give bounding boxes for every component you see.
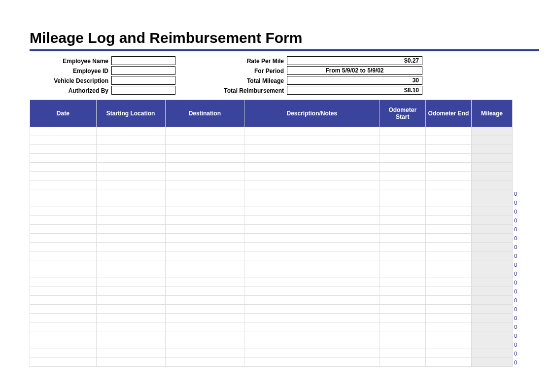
table-cell[interactable] (380, 180, 425, 189)
table-cell[interactable] (425, 278, 471, 287)
table-cell[interactable] (30, 189, 97, 198)
table-cell[interactable] (380, 225, 425, 234)
table-cell[interactable] (165, 207, 244, 216)
table-cell[interactable] (165, 278, 244, 287)
table-cell[interactable] (96, 314, 165, 322)
table-cell[interactable] (380, 216, 425, 225)
table-cell[interactable] (425, 136, 471, 145)
table-cell[interactable]: 0 (472, 251, 513, 260)
table-cell[interactable] (425, 234, 471, 243)
table-cell[interactable] (244, 314, 380, 322)
table-cell[interactable] (30, 234, 97, 243)
table-cell[interactable]: 0 (472, 296, 513, 305)
table-cell[interactable] (425, 260, 471, 269)
table-cell[interactable] (244, 331, 380, 340)
table-cell[interactable]: 0 (472, 189, 513, 198)
table-cell[interactable] (96, 251, 165, 260)
table-cell[interactable] (380, 198, 425, 207)
table-cell[interactable] (380, 260, 425, 269)
table-cell[interactable] (244, 287, 380, 296)
table-cell[interactable] (425, 314, 471, 322)
table-cell[interactable] (96, 172, 165, 180)
table-cell[interactable] (165, 154, 244, 163)
table-cell[interactable]: 0 (472, 358, 513, 367)
table-cell[interactable] (96, 243, 165, 251)
table-cell[interactable] (96, 189, 165, 198)
table-cell[interactable]: 0 (472, 207, 513, 216)
table-cell[interactable] (30, 154, 97, 163)
table-cell[interactable] (425, 180, 471, 189)
table-cell[interactable] (244, 278, 380, 287)
table-cell[interactable] (30, 251, 97, 260)
table-cell[interactable] (425, 296, 471, 305)
table-cell[interactable] (165, 358, 244, 367)
table-cell[interactable] (96, 207, 165, 216)
table-cell[interactable]: 0 (472, 216, 513, 225)
table-cell[interactable] (96, 154, 165, 163)
table-cell[interactable] (425, 251, 471, 260)
table-cell[interactable] (165, 136, 244, 145)
table-cell[interactable] (472, 154, 513, 163)
table-cell[interactable] (96, 296, 165, 305)
table-cell[interactable] (425, 305, 471, 314)
table-cell[interactable] (380, 340, 425, 349)
table-cell[interactable] (380, 145, 425, 154)
table-cell[interactable] (425, 207, 471, 216)
table-cell[interactable] (380, 331, 425, 340)
table-cell[interactable] (244, 349, 380, 358)
table-cell[interactable] (425, 154, 471, 163)
table-cell[interactable] (244, 207, 380, 216)
table-cell[interactable] (380, 322, 425, 331)
table-cell[interactable] (425, 243, 471, 251)
table-cell[interactable] (30, 207, 97, 216)
table-cell[interactable]: 0 (472, 305, 513, 314)
table-cell[interactable] (425, 358, 471, 367)
table-cell[interactable] (165, 216, 244, 225)
table-cell[interactable]: 0 (472, 225, 513, 234)
table-cell[interactable] (380, 349, 425, 358)
table-cell[interactable] (30, 358, 97, 367)
table-cell[interactable] (165, 305, 244, 314)
table-cell[interactable] (380, 358, 425, 367)
table-cell[interactable]: 0 (472, 314, 513, 322)
table-cell[interactable] (30, 269, 97, 278)
table-cell[interactable] (380, 305, 425, 314)
table-cell[interactable] (380, 207, 425, 216)
table-cell[interactable] (244, 269, 380, 278)
table-cell[interactable] (96, 331, 165, 340)
table-cell[interactable] (244, 172, 380, 180)
table-cell[interactable] (30, 216, 97, 225)
table-cell[interactable] (96, 349, 165, 358)
table-cell[interactable] (244, 358, 380, 367)
table-cell[interactable] (96, 234, 165, 243)
field-rate-per-mile[interactable]: $0.27 (287, 56, 422, 65)
table-cell[interactable] (96, 216, 165, 225)
table-cell[interactable] (30, 172, 97, 180)
table-cell[interactable] (96, 225, 165, 234)
table-cell[interactable] (244, 136, 380, 145)
table-cell[interactable] (380, 154, 425, 163)
table-cell[interactable]: 0 (472, 287, 513, 296)
table-cell[interactable] (380, 287, 425, 296)
table-cell[interactable] (244, 296, 380, 305)
table-cell[interactable]: 0 (472, 322, 513, 331)
table-cell[interactable] (425, 145, 471, 154)
table-cell[interactable] (96, 260, 165, 269)
table-cell[interactable] (165, 349, 244, 358)
table-cell[interactable] (165, 198, 244, 207)
table-cell[interactable] (425, 340, 471, 349)
table-cell[interactable] (244, 216, 380, 225)
table-cell[interactable] (380, 234, 425, 243)
table-cell[interactable] (244, 260, 380, 269)
table-cell[interactable] (96, 136, 165, 145)
table-cell[interactable]: 0 (472, 269, 513, 278)
table-cell[interactable] (380, 243, 425, 251)
table-cell[interactable] (244, 340, 380, 349)
table-cell[interactable] (30, 340, 97, 349)
table-cell[interactable] (380, 251, 425, 260)
table-cell[interactable] (472, 180, 513, 189)
table-cell[interactable] (30, 145, 97, 154)
table-cell[interactable] (472, 163, 513, 172)
table-cell[interactable] (96, 322, 165, 331)
field-vehicle-description[interactable] (111, 76, 175, 85)
